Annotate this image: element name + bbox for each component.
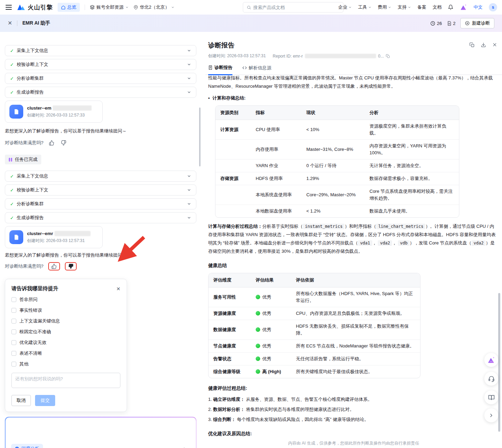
table-row: 存储资源HDFS 使用率1.29%数据存储需求极小，容量充裕。 [215, 172, 459, 185]
notification-bell-icon[interactable] [448, 5, 453, 10]
menu-icon[interactable] [6, 5, 12, 10]
step-label: 校验诊断上下文 [17, 187, 187, 193]
table-row: 数据健康度优秀HDFS 无数据块丢失、损坏或复制不足，数据完整性有保障。 [209, 320, 420, 340]
deep-analysis-toggle[interactable]: 深度分析 [11, 444, 43, 448]
feedback-option-2[interactable]: 事实性错误 [11, 307, 120, 313]
resource-dropdown-label: 账号全部资源 [96, 4, 124, 10]
tab-diagnosis-report[interactable]: 诊断报告 [208, 64, 232, 75]
send-icon[interactable] [183, 446, 190, 448]
step-row-4[interactable]: ✓生成诊断报告 [5, 87, 196, 98]
chat-input-area: 深度分析 [5, 417, 196, 448]
file-created-time: 创建时间: 2026-03-03 12:57:33 [27, 112, 92, 118]
step-row-3[interactable]: ✓分析诊断集群 [5, 198, 196, 209]
reports-button[interactable]: 2 [447, 21, 456, 26]
step-row-4[interactable]: ✓生成诊断报告 [5, 212, 196, 223]
checkbox[interactable] [11, 329, 16, 334]
nav-menu-1[interactable]: 企业 [338, 4, 352, 10]
step-row-2[interactable]: ✓校验诊断上下文 [5, 184, 196, 196]
volcengine-logo[interactable]: 火山引擎 [17, 3, 53, 11]
cell-metric: YARN 作业 [251, 160, 301, 172]
collapse-panel-button[interactable] [484, 408, 498, 422]
feedback-option-3[interactable]: 上下文遗漏关键信息 [11, 318, 120, 324]
nav-menu-2[interactable]: 工具 [358, 4, 372, 10]
language-switch[interactable]: 中文 [474, 4, 483, 10]
checkbox[interactable] [11, 319, 16, 324]
thumbs-up-button[interactable] [48, 139, 55, 146]
report-file-card[interactable]: cluster--emr 创建时间: 2026-03-03 12:57:31 [5, 226, 103, 248]
support-button[interactable] [484, 372, 498, 386]
user-avatar[interactable]: s [489, 3, 497, 11]
feedback-option-1[interactable]: 答非所问 [11, 296, 120, 303]
thumbs-down-button-selected[interactable] [65, 262, 77, 270]
checkbox[interactable] [11, 297, 16, 302]
table-header-cell: 现状 [301, 106, 365, 120]
cell-dimension: 资源健康度 [209, 307, 251, 320]
copy-report-icon[interactable] [469, 42, 475, 48]
cell-result: 优秀 [251, 340, 291, 353]
cell-status: Master~31%, Core~8% [301, 140, 365, 160]
check-icon: ✓ [10, 90, 14, 95]
global-search[interactable] [243, 2, 343, 12]
new-diagnosis-button[interactable]: 新建诊断 [460, 18, 494, 28]
cell-dimension: 数据健康度 [209, 320, 251, 340]
step-row-2[interactable]: ✓校验诊断上下文 [5, 59, 196, 70]
resource-dropdown[interactable]: 账号全部资源 [90, 4, 129, 10]
copy-id-icon[interactable] [386, 54, 390, 58]
region-dropdown[interactable]: 华北2（北京） [134, 4, 175, 10]
table-row: 本地系统盘使用率Core~29%, Master~20%Core 节点系统盘使用… [215, 185, 459, 205]
history-button[interactable]: 26 [430, 21, 442, 26]
step-row-3[interactable]: ✓分析诊断集群 [5, 73, 196, 84]
green-status-dot [256, 356, 260, 361]
feedback-option-5[interactable]: 优化建议无效 [11, 339, 120, 346]
thumbs-up-button-highlighted[interactable] [48, 262, 60, 270]
tab-parse-sources[interactable]: 解析信息源 [242, 64, 271, 75]
tab-overview[interactable]: 总览 [58, 3, 80, 12]
close-report-icon[interactable] [492, 42, 497, 48]
nav-menu-6[interactable]: 文档 [433, 4, 442, 10]
close-assistant-icon[interactable]: ✕ [8, 20, 12, 26]
left-panel-scrollbar[interactable] [199, 107, 201, 166]
checkbox[interactable] [11, 308, 16, 313]
submit-button[interactable]: 提交 [35, 395, 55, 406]
download-report-icon[interactable] [481, 42, 486, 48]
close-popup-icon[interactable]: ✕ [116, 286, 120, 292]
chat-panel: ✓采集上下文信息✓校验诊断上下文✓分析诊断集群✓生成诊断报告 cluster--… [5, 32, 196, 448]
cancel-button[interactable]: 取消 [11, 395, 31, 406]
feedback-option-7[interactable]: 其他 [11, 361, 120, 367]
report-count: 2 [453, 21, 456, 26]
step-row-1[interactable]: ✓采集上下文信息 [5, 171, 196, 182]
table-header-cell: 评估依据 [291, 273, 420, 287]
ai-assistant-icon[interactable] [460, 3, 467, 11]
result-text: 高 (High) [262, 369, 281, 374]
table-row: 节点健康度优秀所有 ECS 节点在线，NodeManager 等组件报告状态健康… [209, 340, 420, 353]
report-id-label: Report ID: emr-r [273, 54, 303, 59]
checkbox[interactable] [11, 340, 16, 345]
report-scrollbar[interactable] [498, 293, 500, 432]
report-file-card[interactable]: cluster--em 创建时间: 2026-03-03 12:57:33 [5, 101, 103, 123]
result-text: 优秀 [262, 327, 271, 332]
feedback-option-label: 上下文遗漏关键信息 [19, 318, 60, 324]
feedback-option-6[interactable]: 表述不清晰 [11, 350, 120, 356]
chevron-down-icon [388, 6, 391, 9]
file-created-time: 创建时间: 2026-03-03 12:57:31 [27, 238, 91, 244]
nav-menu-5[interactable]: 备案 [417, 4, 426, 10]
thumbs-down-button[interactable] [60, 139, 67, 146]
checkbox[interactable] [11, 351, 16, 356]
chat-input-box[interactable]: 深度分析 [6, 417, 196, 448]
step-row-1[interactable]: ✓采集上下文信息 [5, 45, 196, 56]
cell-analysis: 内存资源大量空闲，YARN 可用资源为 100%。 [365, 140, 459, 160]
nav-menu-label: 企业 [338, 4, 347, 10]
search-input[interactable] [253, 5, 333, 10]
feedback-popup: 请告诉我哪里待提升 ✕ 答非所问事实性错误上下文遗漏关键信息根因定位不准确优化建… [5, 279, 127, 412]
feedback-option-4[interactable]: 根因定位不准确 [11, 329, 120, 335]
result-text: 优秀 [262, 356, 271, 361]
checkbox[interactable] [11, 362, 16, 367]
inline-code: vdb [398, 240, 410, 246]
feedback-textarea[interactable] [11, 373, 120, 388]
nav-menu-3[interactable]: 费用 [378, 4, 391, 10]
redacted-text [53, 105, 92, 111]
nav-menu-4[interactable]: 支持 [398, 4, 411, 10]
docs-button[interactable] [484, 390, 498, 404]
tab-overview-label: 总览 [67, 4, 76, 10]
floating-ai-assistant-button[interactable] [484, 353, 498, 367]
